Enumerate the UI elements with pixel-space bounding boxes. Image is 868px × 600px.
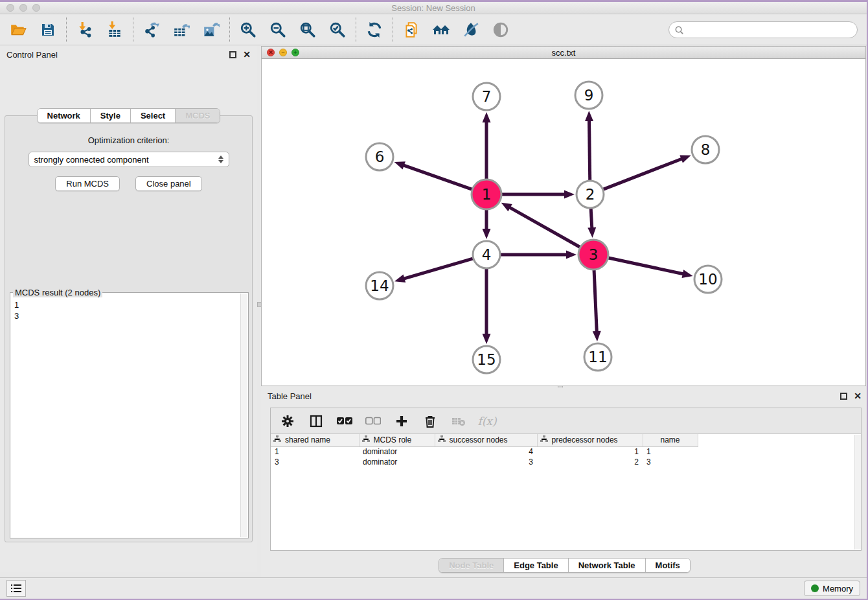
table-cell[interactable]: dominator [359, 446, 435, 457]
arrowhead-icon [483, 334, 491, 344]
edge-1-6[interactable] [403, 165, 472, 189]
zoom-fit-icon[interactable] [299, 21, 317, 39]
delete-row-icon[interactable] [422, 413, 438, 429]
control-panel-tabs: NetworkStyleSelectMCDS [37, 108, 221, 123]
save-session-icon[interactable] [39, 21, 57, 39]
select-all-icon[interactable] [337, 413, 352, 429]
search-field[interactable] [668, 21, 858, 38]
search-icon [674, 25, 684, 35]
column-header-predecessor-nodes[interactable]: predecessor nodes [537, 434, 643, 446]
edge-3-11[interactable] [594, 270, 597, 332]
memory-status-icon [811, 584, 819, 592]
graphics-details-icon[interactable] [462, 21, 480, 39]
table-cell[interactable]: 3 [435, 457, 537, 467]
clone-network-icon[interactable] [402, 21, 420, 39]
criterion-dropdown[interactable]: strongly connected component [29, 152, 229, 167]
mcds-result-text[interactable]: 1 3 [14, 299, 240, 537]
run-mcds-button[interactable]: Run MCDS [55, 176, 120, 191]
sort-hierarchy-icon [540, 435, 548, 444]
search-input[interactable] [687, 25, 857, 35]
table-tabs: Node TableEdge TableNetwork TableMotifs [439, 558, 691, 573]
table-cell-filler [698, 457, 861, 467]
sort-hierarchy-icon [438, 435, 446, 444]
table-cell[interactable]: 4 [435, 446, 537, 457]
import-table-icon[interactable] [106, 21, 124, 39]
zoom-selected-icon[interactable] [328, 21, 347, 39]
control-panel-title: Control Panel [6, 50, 58, 60]
edge-4-14[interactable] [403, 259, 472, 279]
birdseye-icon[interactable] [492, 21, 510, 39]
node-label: 15 [477, 351, 496, 368]
result-scrollbar[interactable] [240, 294, 247, 537]
arrowhead-icon [564, 190, 575, 199]
edge-3-10[interactable] [608, 258, 683, 274]
close-panel-icon[interactable]: ✕ [243, 50, 251, 59]
memory-label: Memory [823, 584, 853, 594]
delete-table-icon[interactable] [451, 413, 466, 429]
task-history-icon[interactable] [6, 580, 26, 597]
network-graph[interactable]: 7968124314101511 [262, 59, 865, 386]
column-header-MCDS-role[interactable]: MCDS role [359, 434, 435, 446]
edge-3-1[interactable] [509, 207, 580, 248]
add-row-icon[interactable] [394, 413, 409, 429]
sort-hierarchy-icon [362, 435, 370, 444]
memory-button[interactable]: Memory [804, 581, 860, 596]
network-close-icon[interactable]: ✕ [267, 49, 275, 56]
open-session-icon[interactable] [9, 21, 27, 39]
export-network-icon[interactable] [143, 21, 161, 39]
tab-select[interactable]: Select [131, 109, 176, 122]
edge-2-9[interactable] [589, 120, 589, 180]
float-table-panel-icon[interactable] [840, 393, 847, 400]
refresh-icon[interactable] [365, 21, 383, 39]
table-cell[interactable]: 3 [643, 457, 698, 467]
table-cell[interactable]: 2 [537, 457, 643, 467]
unselect-all-icon[interactable] [365, 413, 381, 429]
column-header-filler [698, 434, 861, 446]
export-table-icon[interactable] [172, 21, 190, 39]
edge-2-8[interactable] [604, 159, 683, 189]
tab-network[interactable]: Network [38, 109, 91, 122]
main-toolbar [0, 15, 867, 45]
edge-2-3[interactable] [591, 209, 592, 229]
tab-style[interactable]: Style [91, 109, 131, 122]
gear-icon[interactable] [280, 413, 295, 429]
table-cell[interactable]: 1 [643, 446, 698, 457]
zoom-out-icon[interactable] [269, 21, 287, 39]
network-maximize-icon[interactable]: + [291, 49, 299, 56]
tab-motifs[interactable]: Motifs [646, 559, 690, 572]
homes-icon[interactable] [432, 21, 450, 39]
column-header-name[interactable]: name [643, 434, 698, 446]
node-label: 6 [375, 148, 385, 165]
table-cell[interactable]: 1 [271, 446, 359, 457]
arrowhead-icon [680, 155, 691, 163]
window-title: Session: New Session [0, 3, 867, 13]
arrowhead-icon [483, 112, 491, 122]
node-label: 2 [586, 186, 595, 203]
window-titlebar: Session: New Session [0, 2, 867, 14]
close-table-panel-icon[interactable]: ✕ [854, 391, 862, 400]
tab-mcds[interactable]: MCDS [176, 109, 220, 122]
table-row[interactable]: 3dominator323 [271, 457, 861, 467]
table-cell[interactable]: 1 [537, 446, 643, 457]
network-minimize-icon[interactable]: − [279, 49, 287, 56]
table-cell[interactable]: dominator [359, 457, 435, 467]
table-scrollbar[interactable] [854, 435, 861, 549]
columns-icon[interactable] [308, 413, 324, 429]
export-image-icon[interactable] [202, 21, 220, 39]
table-cell[interactable]: 3 [271, 457, 359, 467]
import-network-icon[interactable] [76, 21, 94, 39]
column-header-successor-nodes[interactable]: successor nodes [435, 434, 537, 446]
tab-node-table[interactable]: Node Table [439, 559, 504, 572]
network-canvas[interactable]: 7968124314101511 [262, 59, 865, 386]
table-row[interactable]: 1dominator411 [271, 446, 861, 457]
dropdown-stepper-icon [218, 156, 223, 163]
close-panel-button[interactable]: Close panel [135, 176, 202, 191]
function-icon[interactable]: f(x) [479, 413, 495, 429]
zoom-in-icon[interactable] [239, 21, 257, 39]
tab-edge-table[interactable]: Edge Table [504, 559, 568, 572]
tab-network-table[interactable]: Network Table [569, 559, 646, 572]
column-header-shared-name[interactable]: shared name [271, 434, 359, 446]
float-panel-icon[interactable] [229, 51, 236, 58]
node-label: 3 [589, 246, 599, 263]
node-label: 11 [588, 349, 607, 365]
